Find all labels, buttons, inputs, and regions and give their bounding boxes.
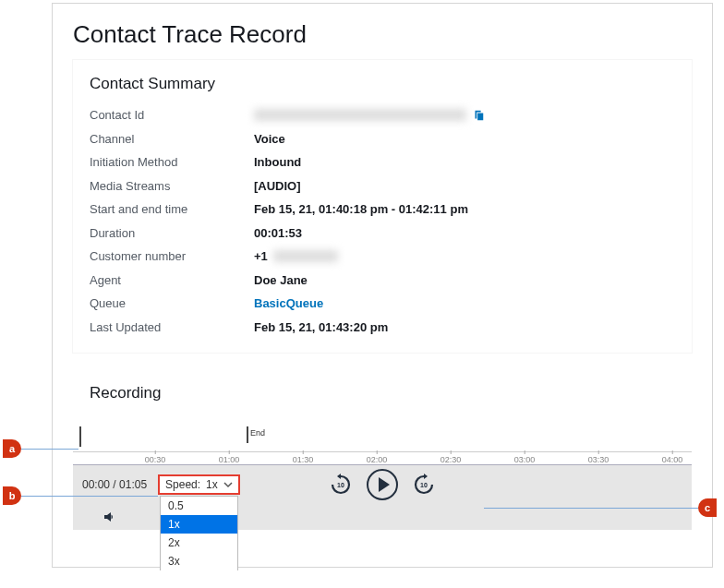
label-media: Media Streams: [90, 177, 254, 196]
label-updated: Last Updated: [90, 318, 254, 337]
speed-dropdown: 0.51x2x3x: [160, 496, 238, 570]
volume-icon[interactable]: [103, 510, 117, 524]
svg-text:10: 10: [420, 482, 428, 488]
label-custnum: Customer number: [90, 247, 254, 266]
timeline-tick: 01:00: [219, 450, 240, 464]
timeline-tick: 00:30: [145, 450, 166, 464]
value-queue-link[interactable]: BasicQueue: [254, 294, 323, 313]
speed-option[interactable]: 2x: [161, 534, 237, 552]
value-contact-id: [254, 109, 485, 122]
timeline-tick: 02:30: [440, 450, 462, 464]
play-button[interactable]: [367, 469, 398, 500]
chevron-down-icon: [223, 480, 233, 489]
value-agent: Doe Jane: [254, 271, 308, 290]
value-updated: Feb 15, 21, 01:43:20 pm: [254, 318, 388, 337]
rewind-10-button[interactable]: 10: [328, 472, 354, 498]
contact-summary-panel: Contact Summary Contact Id Channel Voice…: [73, 60, 692, 353]
playhead[interactable]: [79, 426, 81, 447]
label-startend: Start and end time: [90, 200, 254, 219]
callout-b: b: [3, 486, 158, 505]
speed-option[interactable]: 3x: [161, 552, 237, 570]
callout-c: c: [484, 498, 717, 517]
speed-option[interactable]: 1x: [161, 515, 237, 534]
page-title: Contact Trace Record: [53, 20, 712, 60]
callout-badge-a: a: [3, 439, 21, 458]
value-channel: Voice: [254, 130, 285, 149]
speed-selector[interactable]: Speed: 1x 0.51x2x3x: [158, 474, 240, 495]
callout-badge-b: b: [3, 486, 21, 505]
speed-label: Speed:: [165, 478, 200, 491]
value-media: [AUDIO]: [254, 177, 301, 196]
value-custnum: +1: [254, 247, 338, 266]
custnum-prefix: +1: [254, 247, 268, 266]
speed-value: 1x: [206, 478, 218, 491]
value-startend: Feb 15, 21, 01:40:18 pm - 01:42:11 pm: [254, 200, 468, 219]
forward-10-button[interactable]: 10: [411, 472, 437, 498]
label-channel: Channel: [90, 130, 254, 149]
copy-icon[interactable]: [472, 109, 485, 122]
timeline-tick: 01:30: [293, 450, 314, 464]
timeline-tick: 03:30: [588, 450, 609, 464]
value-initiation: Inbound: [254, 153, 301, 172]
label-agent: Agent: [90, 271, 254, 290]
recording-title: Recording: [90, 384, 675, 402]
value-duration: 00:01:53: [254, 224, 302, 243]
speed-option[interactable]: 0.5: [161, 497, 237, 515]
svg-text:10: 10: [337, 482, 344, 488]
callout-badge-c: c: [698, 498, 717, 517]
label-duration: Duration: [90, 224, 254, 243]
end-marker: End: [247, 426, 248, 443]
end-label: End: [250, 428, 265, 438]
contact-summary-title: Contact Summary: [90, 75, 675, 93]
timeline-tick: 04:00: [662, 450, 683, 464]
callout-a: a: [3, 439, 78, 458]
timeline-tick: 03:00: [514, 450, 536, 464]
timeline-tick: 02:00: [367, 450, 388, 464]
label-queue: Queue: [90, 294, 254, 313]
label-initiation: Initiation Method: [90, 153, 254, 172]
label-contact-id: Contact Id: [90, 106, 254, 125]
timeline[interactable]: End 00:3001:0001:3002:0002:3003:0003:300…: [73, 425, 692, 465]
timeline-ticks: 00:3001:0001:3002:0002:3003:0003:3004:00: [73, 451, 692, 464]
